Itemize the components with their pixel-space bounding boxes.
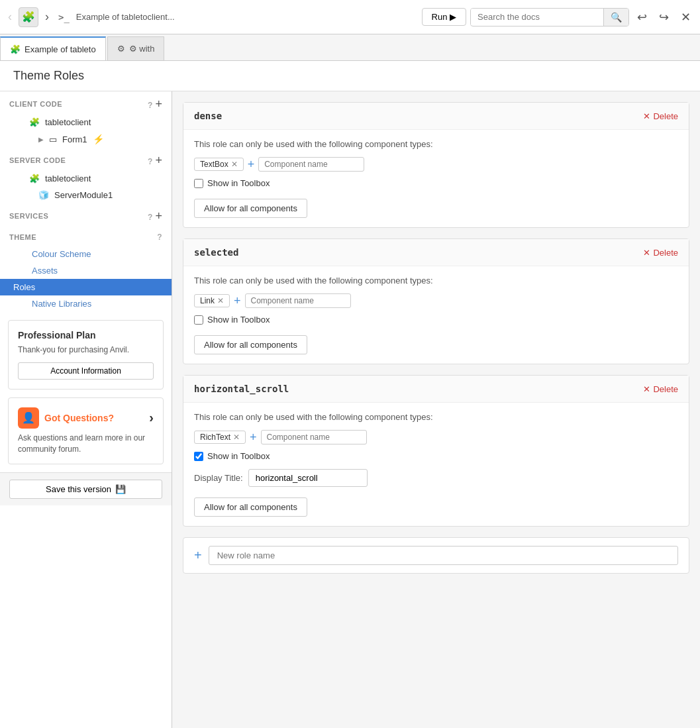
role-card-header-selected: selected ✕ Delete xyxy=(183,239,689,266)
sidebar-item-tabletoclient1[interactable]: 🧩 tabletoclient xyxy=(0,114,172,130)
client-code-add-button[interactable]: + xyxy=(155,98,162,110)
add-role-button[interactable]: + xyxy=(194,548,202,563)
tab-main-label: Example of tableto xyxy=(25,44,96,54)
add-component-hscroll-button[interactable]: + xyxy=(250,431,257,443)
run-label: Run ▶ xyxy=(432,12,456,22)
remove-textbox-button[interactable]: ✕ xyxy=(231,160,238,169)
toolbox-hscroll-label[interactable]: Show in Toolbox xyxy=(207,451,270,461)
display-title-input[interactable] xyxy=(248,469,368,487)
questions-arrow-icon[interactable]: › xyxy=(149,410,154,425)
add-component-dense-button[interactable]: + xyxy=(248,158,255,170)
person-icon: 👤 xyxy=(18,407,39,429)
server-code-add-button[interactable]: + xyxy=(155,154,162,166)
role-desc-dense: This role can only be used with the foll… xyxy=(194,139,678,149)
allow-all-selected-button[interactable]: Allow for all components xyxy=(194,335,307,354)
toolbox-hscroll-checkbox[interactable] xyxy=(194,452,203,461)
search-bar: 🔍 xyxy=(470,8,629,26)
questions-header: 👤 Got Questions? › xyxy=(18,407,154,429)
toolbox-dense-label[interactable]: Show in Toolbox xyxy=(207,178,270,188)
native-libraries-label: Native Libraries xyxy=(32,299,91,309)
form1-label: Form1 xyxy=(62,134,87,144)
main-content: dense ✕ Delete This role can only be use… xyxy=(172,91,700,728)
back-button[interactable]: ‹ xyxy=(5,7,15,26)
theme-help-icon[interactable]: ? xyxy=(157,233,162,242)
sidebar-item-roles[interactable]: Roles xyxy=(0,279,172,295)
role-card-header-dense: dense ✕ Delete xyxy=(183,103,689,130)
sidebar-item-assets[interactable]: Assets xyxy=(0,262,172,279)
role-card-body-selected: This role can only be used with the foll… xyxy=(183,266,689,364)
services-add-button[interactable]: + xyxy=(155,210,162,222)
chevron-right-icon: ▶ xyxy=(38,136,44,143)
server-module-icon: 🧊 xyxy=(38,190,49,200)
server-code-label: SERVER CODE xyxy=(9,156,66,164)
tab-main[interactable]: 🧩 Example of tableto xyxy=(0,36,106,60)
role-name-dense: dense xyxy=(194,111,222,121)
app-icon: 🧩 xyxy=(19,7,38,27)
tab-bar: 🧩 Example of tableto ⚙ ⚙ with xyxy=(0,34,700,61)
client-code-help-icon[interactable]: ? xyxy=(148,101,153,110)
component-input-hscroll[interactable] xyxy=(261,430,367,444)
services-label: SERVICES xyxy=(9,212,48,220)
delete-icon: ✕ xyxy=(643,111,650,121)
toolbox-selected-label[interactable]: Show in Toolbox xyxy=(207,315,270,325)
sidebar-item-form1[interactable]: ▶ ▭ Form1 ⚡ xyxy=(0,130,172,148)
tab-settings[interactable]: ⚙ ⚙ with xyxy=(107,36,165,60)
add-component-selected-button[interactable]: + xyxy=(234,295,241,307)
roles-label: Roles xyxy=(13,282,35,292)
sidebar: CLIENT CODE ? + 🧩 tabletoclient ▶ ▭ Form… xyxy=(0,91,172,728)
sidebar-item-native-libraries[interactable]: Native Libraries xyxy=(0,295,172,312)
questions-title: Got Questions? xyxy=(44,413,114,423)
toolbox-selected-checkbox[interactable] xyxy=(194,315,203,325)
main-layout: CLIENT CODE ? + 🧩 tabletoclient ▶ ▭ Form… xyxy=(0,91,700,728)
plan-title: Professional Plan xyxy=(18,330,154,340)
theme-section: THEME ? xyxy=(0,226,172,246)
cube-icon: 🧩 xyxy=(29,117,40,127)
toolbox-dense-checkbox[interactable] xyxy=(194,179,203,188)
save-icon: 💾 xyxy=(115,484,126,494)
component-tags-selected: Link ✕ + xyxy=(194,293,678,308)
forward-button[interactable]: › xyxy=(42,7,52,26)
services-help-icon[interactable]: ? xyxy=(148,213,153,222)
component-input-selected[interactable] xyxy=(245,293,351,308)
lightning-icon: ⚡ xyxy=(93,134,104,144)
undo-button[interactable]: ↩ xyxy=(633,7,651,27)
run-button[interactable]: Run ▶ xyxy=(422,8,466,26)
role-card-selected: selected ✕ Delete This role can only be … xyxy=(183,238,689,364)
account-information-button[interactable]: Account Information xyxy=(18,362,154,380)
client-code-label: CLIENT CODE xyxy=(9,100,62,108)
remove-link-button[interactable]: ✕ xyxy=(217,296,224,305)
role-card-body-hscroll: This role can only be used with the foll… xyxy=(183,403,689,526)
remove-richtext-button[interactable]: ✕ xyxy=(233,433,240,442)
add-role-row: + xyxy=(183,537,689,574)
component-tags-dense: TextBox ✕ + xyxy=(194,157,678,172)
search-input[interactable] xyxy=(471,9,603,25)
component-input-dense[interactable] xyxy=(258,157,364,172)
tab-settings-label: ⚙ with xyxy=(129,44,155,54)
component-tags-hscroll: RichText ✕ + xyxy=(194,430,678,444)
allow-all-dense-button[interactable]: Allow for all components xyxy=(194,199,307,218)
delete-dense-button[interactable]: ✕ Delete xyxy=(643,111,678,121)
role-desc-selected: This role can only be used with the foll… xyxy=(194,276,678,286)
form-icon: ▭ xyxy=(49,134,57,144)
allow-all-hscroll-button[interactable]: Allow for all components xyxy=(194,497,307,517)
server-module-label: ServerModule1 xyxy=(54,190,113,200)
assets-label: Assets xyxy=(32,266,58,276)
sidebar-item-servermodule[interactable]: 🧊 ServerModule1 xyxy=(0,187,172,203)
save-button[interactable]: Save this version 💾 xyxy=(9,480,162,499)
delete-hscroll-button[interactable]: ✕ Delete xyxy=(643,384,678,394)
search-button[interactable]: 🔍 xyxy=(603,9,628,26)
sidebar-item-colour-scheme[interactable]: Colour Scheme xyxy=(0,246,172,262)
services-section: SERVICES ? + xyxy=(0,203,172,226)
server-code-help-icon[interactable]: ? xyxy=(148,157,153,166)
role-card-body-dense: This role can only be used with the foll… xyxy=(183,130,689,227)
close-button[interactable]: ✕ xyxy=(677,7,695,27)
show-in-toolbox-dense: Show in Toolbox xyxy=(194,178,678,188)
questions-card: 👤 Got Questions? › Ask questions and lea… xyxy=(8,397,164,465)
sidebar-item-tabletoclient2[interactable]: 🧩 tabletoclient xyxy=(0,170,172,187)
new-role-input[interactable] xyxy=(209,546,678,565)
redo-button[interactable]: ↪ xyxy=(655,7,673,27)
delete-icon2: ✕ xyxy=(643,248,650,258)
plan-text: Thank-you for purchasing Anvil. xyxy=(18,344,154,356)
delete-selected-button[interactable]: ✕ Delete xyxy=(643,248,678,258)
delete-icon3: ✕ xyxy=(643,384,650,394)
